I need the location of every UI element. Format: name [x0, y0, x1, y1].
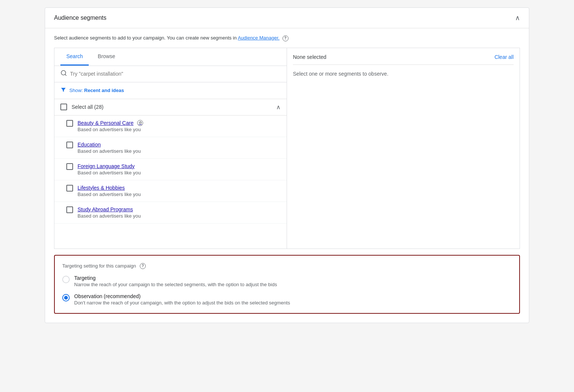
list-item: Lifestyles & Hobbies Based on advertiser…	[54, 180, 287, 202]
tab-search[interactable]: Search	[60, 48, 89, 66]
segment-info-1: Education Based on advertisers like you	[78, 142, 141, 154]
targeting-option-label-0: Targeting	[74, 275, 277, 281]
radio-button-0[interactable]	[62, 276, 70, 283]
filter-section[interactable]: Show: Recent and ideas	[54, 82, 287, 99]
select-all-left: Select all (28)	[60, 104, 104, 110]
list-item: Study Abroad Programs Based on advertise…	[54, 202, 287, 224]
segment-name-0[interactable]: Beauty & Personal Care ⏱	[78, 120, 143, 126]
segment-name-2[interactable]: Foreign Language Study	[78, 163, 141, 169]
segment-info-3: Lifestyles & Hobbies Based on advertiser…	[78, 185, 141, 197]
targeting-header-text: Targeting setting for this campaign	[62, 263, 136, 269]
left-panel: Search Browse	[54, 48, 287, 249]
panel-title: Audience segments	[54, 15, 107, 21]
segment-sub-0: Based on advertisers like you	[78, 127, 143, 132]
observe-text: Select one or more segments to observe.	[293, 71, 514, 77]
targeting-section: Targeting setting for this campaign ? Ta…	[54, 255, 520, 314]
panel-description: Select audience segments to add to your …	[45, 28, 529, 48]
search-box	[54, 66, 287, 82]
targeting-option-desc-0: Narrow the reach of your campaign to the…	[74, 282, 277, 287]
clear-all-button[interactable]: Clear all	[495, 54, 514, 60]
right-panel-header: None selected Clear all	[293, 54, 514, 65]
tabs-bar: Search Browse	[54, 48, 287, 66]
targeting-header: Targeting setting for this campaign ?	[62, 263, 512, 269]
audience-manager-link[interactable]: Audience Manager.	[238, 35, 280, 41]
segment-sub-1: Based on advertisers like you	[78, 148, 141, 154]
segment-clock-icon-0: ⏱	[137, 120, 143, 126]
search-icon	[60, 70, 67, 78]
right-panel: None selected Clear all Select one or mo…	[287, 48, 520, 249]
segment-checkbox-4[interactable]	[66, 206, 73, 213]
segment-sub-3: Based on advertisers like you	[78, 192, 141, 197]
search-input[interactable]	[70, 71, 281, 77]
segment-checkbox-3[interactable]	[66, 185, 73, 192]
segment-info-2: Foreign Language Study Based on advertis…	[78, 163, 141, 176]
tab-browse[interactable]: Browse	[92, 48, 121, 66]
segment-name-3[interactable]: Lifestyles & Hobbies	[78, 185, 141, 191]
svg-line-1	[65, 74, 66, 75]
targeting-option-0[interactable]: Targeting Narrow the reach of your campa…	[62, 275, 512, 287]
radio-inner-1	[64, 296, 68, 300]
segment-name-4[interactable]: Study Abroad Programs	[78, 206, 141, 212]
radio-button-1[interactable]	[62, 294, 70, 301]
none-selected-label: None selected	[293, 54, 327, 60]
list-item: Foreign Language Study Based on advertis…	[54, 159, 287, 180]
select-all-row[interactable]: Select all (28) ∧	[54, 99, 287, 116]
targeting-option-content-1: Observation (recommended) Don't narrow t…	[74, 293, 290, 306]
select-all-label: Select all (28)	[72, 104, 104, 110]
targeting-help-icon[interactable]: ?	[140, 263, 146, 269]
list-item: Beauty & Personal Care ⏱ Based on advert…	[54, 116, 287, 137]
segment-checkbox-2[interactable]	[66, 163, 73, 170]
filter-prefix: Show:	[69, 88, 83, 93]
help-icon[interactable]: ?	[283, 35, 288, 41]
filter-value: Recent and ideas	[84, 88, 124, 93]
targeting-option-label-1: Observation (recommended)	[74, 293, 290, 299]
segment-checkbox-0[interactable]	[66, 120, 73, 127]
collapse-list-icon[interactable]: ∧	[276, 104, 281, 111]
segment-sub-2: Based on advertisers like you	[78, 170, 141, 176]
select-all-checkbox[interactable]	[60, 104, 67, 110]
segment-info-4: Study Abroad Programs Based on advertise…	[78, 206, 141, 219]
main-panel: Search Browse	[54, 48, 520, 249]
targeting-option-desc-1: Don't narrow the reach of your campaign,…	[74, 300, 290, 306]
targeting-option-content-0: Targeting Narrow the reach of your campa…	[74, 275, 277, 287]
targeting-option-1[interactable]: Observation (recommended) Don't narrow t…	[62, 293, 512, 306]
segment-name-1[interactable]: Education	[78, 142, 141, 148]
segment-checkbox-1[interactable]	[66, 142, 73, 148]
collapse-icon[interactable]: ∧	[515, 14, 520, 22]
segment-sub-4: Based on advertisers like you	[78, 213, 141, 219]
panel-header: Audience segments ∧	[45, 8, 529, 28]
filter-icon	[60, 87, 66, 94]
segment-info-0: Beauty & Personal Care ⏱ Based on advert…	[78, 120, 143, 132]
items-list: Show: Recent and ideas Select all (28) ∧	[54, 82, 287, 249]
filter-label: Show: Recent and ideas	[69, 88, 124, 93]
list-item: Education Based on advertisers like you	[54, 137, 287, 159]
